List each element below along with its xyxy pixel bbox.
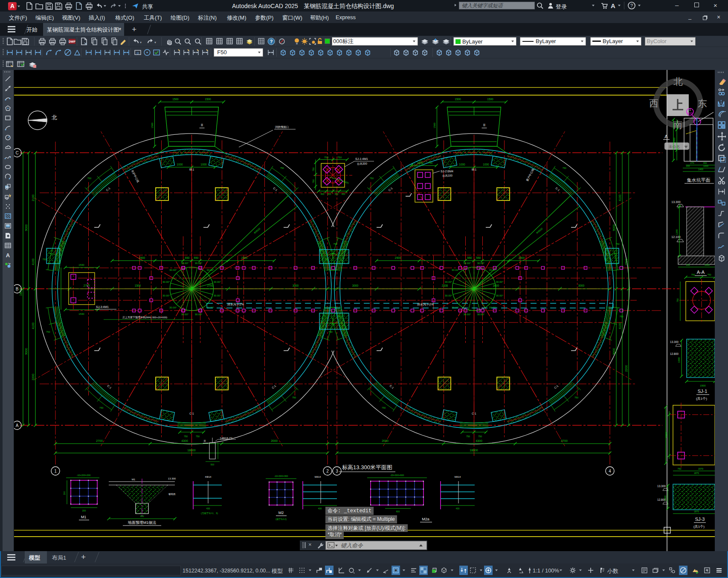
svg-text:3000: 3000 — [578, 284, 585, 287]
svg-text:460: 460 — [703, 162, 707, 164]
svg-text:750: 750 — [574, 396, 578, 399]
svg-text:9000: 9000 — [612, 224, 615, 231]
svg-text:750: 750 — [312, 167, 315, 171]
svg-text:18000: 18000 — [470, 449, 478, 452]
svg-text:2900: 2900 — [139, 256, 145, 259]
svg-text:1000: 1000 — [200, 163, 207, 166]
svg-text:430: 430 — [318, 507, 322, 510]
svg-text:1500: 1500 — [151, 122, 154, 128]
svg-text:4100: 4100 — [32, 259, 35, 265]
svg-text:SJ-1:4M1: SJ-1:4M1 — [355, 157, 368, 160]
svg-text:1500: 1500 — [455, 98, 461, 101]
svg-text:550: 550 — [194, 256, 199, 259]
svg-text:北: 北 — [52, 114, 57, 121]
svg-text:750: 750 — [46, 331, 50, 333]
svg-text:13.300: 13.300 — [657, 485, 666, 488]
svg-text:2538: 2538 — [442, 284, 448, 287]
svg-text:4100: 4100 — [32, 322, 35, 329]
svg-text:1000: 1000 — [417, 162, 423, 164]
svg-text:750: 750 — [370, 177, 374, 180]
svg-text:排水沟 i=2%: 排水沟 i=2% — [417, 303, 434, 306]
svg-text:2: 2 — [326, 469, 329, 473]
svg-text:600: 600 — [396, 510, 400, 513]
svg-text:正上方梁下预埋吊钩2M4(-300+20+600): 正上方梁下预埋吊钩2M4(-300+20+600) — [122, 316, 167, 319]
svg-text:430: 430 — [206, 507, 210, 510]
svg-text:200: 200 — [82, 509, 86, 512]
svg-text:4100: 4100 — [618, 322, 621, 329]
svg-text:-20×300×600: -20×300×600 — [390, 474, 404, 476]
svg-text:1000: 1000 — [664, 495, 667, 501]
svg-text:2000: 2000 — [382, 439, 389, 442]
svg-text:3000: 3000 — [493, 284, 499, 287]
svg-text:4300: 4300 — [476, 439, 482, 442]
svg-text:9000: 9000 — [25, 224, 28, 231]
svg-text:C-1: C-1 — [273, 186, 278, 192]
svg-text:SJ-1: SJ-1 — [698, 389, 708, 394]
svg-text:1570: 1570 — [698, 468, 703, 470]
svg-text:750: 750 — [563, 167, 566, 169]
svg-text:1500: 1500 — [205, 98, 211, 101]
svg-text:2700: 2700 — [96, 439, 103, 442]
svg-text:1200: 1200 — [676, 229, 678, 235]
svg-text:30.00°: 30.00° — [181, 313, 189, 316]
svg-text:18000: 18000 — [187, 449, 196, 452]
svg-text:750: 750 — [676, 298, 679, 302]
svg-text:II: II — [201, 123, 203, 127]
svg-text:270: 270 — [690, 162, 694, 164]
svg-text:1: 1 — [689, 108, 691, 111]
svg-text:北: 北 — [673, 76, 683, 87]
svg-text:30.00°: 30.00° — [169, 306, 177, 309]
svg-text:东: 东 — [698, 98, 707, 109]
svg-text:5556: 5556 — [665, 432, 668, 438]
svg-text:1530: 1530 — [78, 264, 84, 266]
svg-text:1000: 1000 — [705, 264, 710, 266]
svg-text:4100: 4100 — [618, 195, 621, 201]
svg-text:台高100: 台高100 — [442, 174, 452, 177]
svg-text:2200: 2200 — [625, 365, 628, 372]
svg-text:1500: 1500 — [625, 259, 628, 265]
svg-text:1500: 1500 — [700, 384, 706, 387]
svg-text:750: 750 — [428, 162, 433, 164]
svg-text:C-1: C-1 — [107, 384, 112, 389]
svg-text:2200: 2200 — [32, 374, 35, 380]
svg-text:1870: 1870 — [694, 472, 699, 474]
svg-text:750: 750 — [99, 407, 103, 409]
svg-text:550: 550 — [476, 256, 481, 259]
svg-text:300: 300 — [328, 193, 331, 195]
svg-text:台高300: 台高300 — [357, 162, 367, 166]
svg-text:C-1: C-1 — [389, 384, 394, 389]
svg-text:1500: 1500 — [172, 98, 179, 101]
svg-text:1400: 1400 — [698, 168, 703, 171]
svg-text:B: B — [16, 287, 19, 291]
svg-text:30.00°: 30.00° — [489, 306, 497, 309]
svg-text:200: 200 — [63, 491, 66, 495]
svg-text:地面预埋M1做法: 地面预埋M1做法 — [128, 520, 157, 525]
svg-text:30.00°: 30.00° — [214, 281, 221, 283]
svg-text:A: A — [16, 423, 19, 428]
svg-text:吊炉中心线: 吊炉中心线 — [131, 169, 140, 183]
svg-text:?: ? — [270, 39, 273, 44]
svg-text:750: 750 — [292, 396, 296, 399]
svg-text:9Φ14: 9Φ14 — [455, 476, 461, 478]
svg-text:30.00°: 30.00° — [477, 262, 485, 264]
svg-text:M2a: M2a — [422, 517, 429, 521]
svg-text:750: 750 — [677, 468, 681, 470]
svg-text:430: 430 — [456, 507, 460, 510]
svg-text:M1: M1 — [132, 478, 136, 481]
svg-text:集水坑平面: 集水坑平面 — [687, 177, 711, 183]
svg-text:450: 450 — [342, 193, 345, 195]
svg-text:100: 100 — [686, 264, 690, 266]
svg-text:Φ425: Φ425 — [343, 180, 349, 184]
svg-text:9Φ14: 9Φ14 — [315, 476, 321, 478]
svg-text:13.300: 13.300 — [168, 477, 176, 480]
svg-text:1500: 1500 — [433, 122, 436, 128]
svg-text:1000: 1000 — [459, 163, 465, 166]
svg-text:3000: 3000 — [293, 284, 299, 287]
svg-text:750: 750 — [334, 243, 337, 245]
svg-text:A: A — [6, 252, 10, 259]
svg-text:3000: 3000 — [352, 284, 359, 287]
svg-text:30.00°: 30.00° — [169, 269, 177, 271]
svg-text:750: 750 — [478, 435, 482, 438]
svg-text:30.00°: 30.00° — [162, 294, 170, 297]
svg-text:30.00°: 30.00° — [452, 306, 459, 309]
